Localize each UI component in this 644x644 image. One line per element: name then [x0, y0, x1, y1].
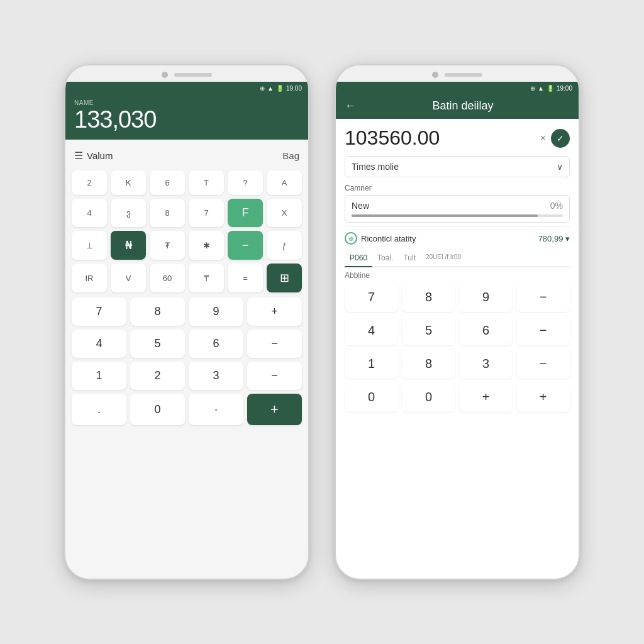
- key-5-main[interactable]: 5: [130, 330, 185, 358]
- key-minus-top[interactable]: −: [228, 231, 263, 260]
- key-plus-green[interactable]: +: [247, 394, 302, 425]
- wifi-icon: ⊕: [260, 85, 265, 92]
- num-5[interactable]: 5: [402, 316, 455, 345]
- key-togrog[interactable]: ₮: [150, 231, 185, 260]
- key-6[interactable]: 6: [150, 170, 185, 195]
- key-minus2-main[interactable]: −: [247, 362, 302, 390]
- num-4[interactable]: 4: [345, 316, 398, 345]
- num-1[interactable]: 1: [345, 349, 398, 379]
- key-minus1-main[interactable]: −: [247, 330, 302, 358]
- key-7-main[interactable]: 7: [72, 297, 126, 326]
- key-3-main[interactable]: 3: [189, 362, 243, 390]
- circle-icon: ⊕: [345, 232, 357, 245]
- num-8b[interactable]: 8: [402, 349, 455, 379]
- key-7[interactable]: 7: [189, 199, 224, 227]
- key-9-main[interactable]: 9: [189, 297, 243, 326]
- dropdown-arrow-icon: ∨: [557, 162, 563, 172]
- key-X[interactable]: X: [267, 199, 302, 227]
- camner-top: New 0%: [352, 201, 563, 211]
- num-7[interactable]: 7: [345, 282, 398, 312]
- progress-bar-fill: [352, 214, 538, 217]
- phone1-top: [65, 65, 308, 82]
- key-8-main[interactable]: 8: [130, 297, 185, 326]
- key-dot-main[interactable]: .: [72, 394, 126, 425]
- num-minus3[interactable]: −: [516, 349, 570, 379]
- progress-bar-bg: [352, 214, 563, 217]
- num-0a[interactable]: 0: [345, 382, 398, 412]
- signal-icon-2: ▲: [538, 85, 544, 92]
- key-8[interactable]: 8: [150, 199, 185, 227]
- num-plus2[interactable]: +: [516, 382, 570, 412]
- key-6-main[interactable]: 6: [189, 330, 243, 358]
- tab-20uei[interactable]: 20UEI /f Ir00: [421, 250, 466, 266]
- key-bullet-main[interactable]: ·: [189, 394, 243, 425]
- num-6[interactable]: 6: [459, 316, 513, 345]
- phone2-content: 103560.00 × ✓ Times molie ∨ Camner New 0…: [336, 119, 579, 579]
- battery-icon-2: 🔋: [547, 85, 554, 92]
- key-plus-main[interactable]: +: [247, 297, 302, 326]
- key-A[interactable]: A: [267, 170, 302, 195]
- camner-label: Camner: [345, 184, 570, 192]
- key-4[interactable]: 4: [72, 199, 107, 227]
- key-2-main[interactable]: 2: [130, 362, 185, 390]
- tab-p060[interactable]: P060: [345, 250, 372, 267]
- num-0b[interactable]: 0: [402, 382, 455, 412]
- speaker-1: [174, 73, 212, 77]
- camera-1: [162, 72, 168, 78]
- amount-row: 103560.00 × ✓: [345, 126, 570, 150]
- tab-toal[interactable]: Toal.: [372, 250, 398, 266]
- key-v3[interactable]: ვ: [111, 199, 146, 227]
- display-value-1: 133,030: [74, 106, 299, 133]
- key-tenge[interactable]: ₸: [189, 264, 224, 292]
- abbline-label: Abbline: [345, 271, 570, 280]
- key-equals[interactable]: =: [228, 264, 263, 292]
- camner-box: New 0%: [345, 195, 570, 223]
- num-minus1[interactable]: −: [516, 282, 570, 312]
- key-T[interactable]: T: [189, 170, 224, 195]
- bag-label: Bag: [282, 150, 299, 161]
- phone2-top: [336, 65, 579, 82]
- valum-row: ☰ Valum Bag: [72, 146, 302, 165]
- phone1-header: NAME 133,030: [65, 94, 308, 140]
- phone2-header: ← Batin deiilay: [336, 94, 579, 119]
- key-q[interactable]: ?: [228, 170, 263, 195]
- time-display-2: 19:00: [557, 85, 572, 92]
- times-dropdown[interactable]: Times molie ∨: [345, 156, 570, 177]
- ricontic-row: ⊕ Riconticl atatity 780,99 ▾: [345, 226, 570, 250]
- key-IR[interactable]: IR: [72, 264, 107, 292]
- phone1-content: ☰ Valum Bag 2 K 6 T ? A 4 ვ 8 7 F X ⊥ ₦ …: [65, 140, 308, 579]
- ricontic-label: Riconticl atatity: [361, 234, 416, 243]
- key-0-main[interactable]: 0: [130, 394, 185, 425]
- percent-label: 0%: [550, 201, 563, 211]
- back-button[interactable]: ←: [345, 99, 356, 113]
- key-florin[interactable]: ƒ: [267, 231, 302, 260]
- speaker-2: [445, 73, 482, 77]
- clear-button[interactable]: ×: [540, 133, 546, 144]
- key-K[interactable]: K: [111, 170, 146, 195]
- tab-tult[interactable]: Tult: [398, 250, 421, 266]
- key-4-main[interactable]: 4: [72, 330, 126, 358]
- menu-icon: ☰: [74, 150, 83, 162]
- name-label: NAME: [74, 99, 299, 106]
- num-minus2[interactable]: −: [516, 316, 570, 345]
- time-display-1: 19:00: [286, 85, 302, 92]
- num-3[interactable]: 3: [459, 349, 513, 379]
- key-perp[interactable]: ⊥: [72, 231, 107, 260]
- new-label: New: [352, 201, 369, 211]
- phone-1: ⊕ ▲ 🔋 19:00 NAME 133,030 ☰ Valum Bag 2 K…: [64, 64, 309, 580]
- num-plus1[interactable]: +: [459, 382, 513, 412]
- key-naira[interactable]: ₦: [111, 231, 146, 260]
- key-V[interactable]: V: [111, 264, 146, 292]
- num-8[interactable]: 8: [402, 282, 455, 312]
- confirm-button[interactable]: ✓: [551, 129, 570, 148]
- valum-label: Valum: [87, 150, 113, 161]
- key-grid[interactable]: ⊞: [267, 264, 302, 292]
- key-F[interactable]: F: [228, 199, 263, 227]
- key-2[interactable]: 2: [72, 170, 107, 195]
- key-60[interactable]: 60: [150, 264, 185, 292]
- num-9[interactable]: 9: [459, 282, 513, 312]
- key-1-main[interactable]: 1: [72, 362, 126, 390]
- ricontic-value: 780,99 ▾: [538, 234, 570, 243]
- key-asterisk[interactable]: ✱: [189, 231, 224, 260]
- status-bar-1: ⊕ ▲ 🔋 19:00: [65, 82, 308, 94]
